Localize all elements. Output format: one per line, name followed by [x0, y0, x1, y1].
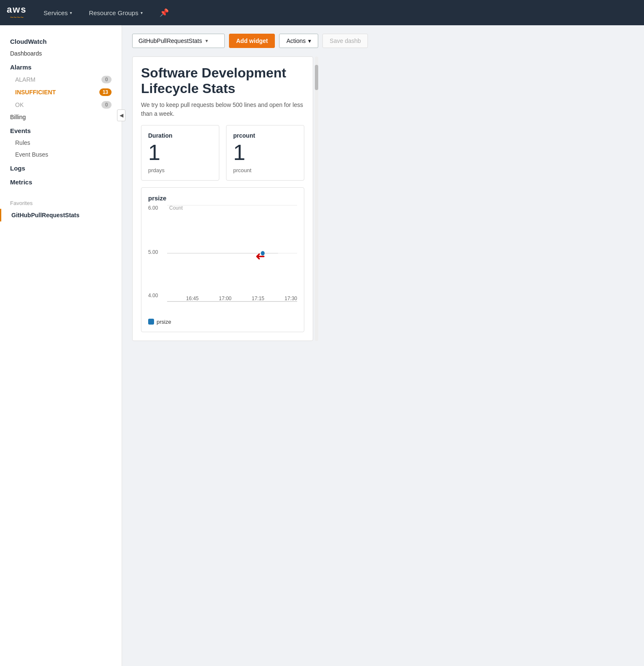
chart-svg — [167, 205, 297, 301]
sidebar-item-insufficient[interactable]: INSUFFICIENT 13 — [0, 86, 122, 99]
sidebar-item-cloudwatch[interactable]: CloudWatch — [0, 34, 122, 48]
arrow-annotation: ➜ — [255, 249, 265, 263]
metrics-label: Metrics — [10, 178, 32, 186]
resource-groups-nav-item[interactable]: Resource Groups ▾ — [85, 7, 146, 19]
save-dashboard-button[interactable]: Save dashb — [322, 34, 368, 48]
github-fav-label: GitHubPullRequestStats — [11, 212, 80, 218]
sidebar-item-alarms[interactable]: Alarms — [0, 59, 122, 73]
stat-card-prcount: prcount 1 prcount — [226, 125, 304, 181]
legend-dot — [148, 319, 154, 325]
alarms-label: Alarms — [10, 64, 32, 71]
pin-icon: 📌 — [160, 8, 169, 17]
sidebar-item-events[interactable]: Events — [0, 123, 122, 137]
stat-duration-value: 1 — [148, 141, 212, 165]
dashboard-selector[interactable]: GitHubPullRequestStats ▾ — [132, 34, 225, 48]
dashboard-panel: Software Development Lifecycle Stats We … — [132, 56, 313, 341]
ok-sub-label: OK — [15, 101, 24, 108]
stat-duration-label: Duration — [148, 132, 212, 139]
sidebar-item-billing[interactable]: Billing — [0, 111, 122, 123]
aws-logo-smile: ~~~~ — [10, 14, 24, 20]
actions-button[interactable]: Actions ▾ — [279, 34, 318, 48]
x-axis: 16:45 17:00 17:15 17:30 — [186, 296, 297, 301]
chart-widget: prsize 6.00 5.00 4.00 Count — [141, 187, 304, 332]
sidebar-item-event-buses[interactable]: Event Buses — [0, 149, 122, 160]
sidebar-item-logs[interactable]: Logs — [0, 160, 122, 174]
rules-label: Rules — [15, 139, 30, 146]
event-buses-label: Event Buses — [15, 151, 48, 158]
insufficient-badge: 13 — [99, 88, 112, 96]
insufficient-sub-label: INSUFFICIENT — [15, 89, 56, 96]
chart-y-top-label: 6.00 — [148, 205, 158, 211]
sidebar: CloudWatch Dashboards Alarms ALARM 0 INS… — [0, 25, 122, 666]
chart-y-mid-label: 5.00 — [148, 249, 158, 255]
page-layout: CloudWatch Dashboards Alarms ALARM 0 INS… — [0, 25, 644, 666]
sidebar-item-metrics[interactable]: Metrics — [0, 174, 122, 188]
widget-description: We try to keep pull requests below 500 l… — [141, 101, 304, 118]
stat-prcount-label: prcount — [233, 132, 297, 139]
aws-logo[interactable]: aws ~~~~ — [7, 5, 27, 20]
alarm-sub-label: ALARM — [15, 76, 35, 83]
aws-logo-text: aws — [7, 5, 27, 14]
main-content: GitHubPullRequestStats ▾ Add widget Acti… — [122, 25, 644, 666]
sidebar-item-ok[interactable]: OK 0 — [0, 99, 122, 111]
resource-groups-label: Resource Groups — [89, 9, 138, 16]
chart-y-bot-label: 4.00 — [148, 293, 158, 298]
toolbar: GitHubPullRequestStats ▾ Add widget Acti… — [132, 34, 634, 48]
chart-inner: ➜ 16:45 17:00 17:15 17:30 — [167, 205, 297, 302]
dashboard-dropdown-arrow: ▾ — [205, 38, 208, 44]
services-dropdown-arrow: ▾ — [70, 11, 72, 15]
logs-label: Logs — [10, 165, 25, 172]
services-nav-item[interactable]: Services ▾ — [40, 7, 76, 19]
chart-legend: prsize — [148, 319, 297, 325]
legend-label: prsize — [157, 319, 171, 325]
sidebar-divider — [0, 188, 122, 195]
chart-title: prsize — [148, 194, 297, 202]
top-navigation: aws ~~~~ Services ▾ Resource Groups ▾ 📌 — [0, 0, 644, 25]
stats-row: Duration 1 prdays prcount 1 prcount — [141, 125, 304, 181]
chart-area: 6.00 5.00 4.00 Count — [148, 205, 297, 314]
dashboard-name: GitHubPullRequestStats — [138, 37, 202, 44]
red-arrow-icon: ➜ — [255, 249, 265, 263]
x-label-1645: 16:45 — [186, 296, 199, 301]
favorites-label: Favorites — [0, 195, 122, 209]
x-label-1700: 17:00 — [219, 296, 232, 301]
actions-dropdown-arrow: ▾ — [308, 37, 311, 44]
sidebar-item-github-fav[interactable]: GitHubPullRequestStats — [0, 209, 122, 221]
events-label: Events — [10, 127, 31, 134]
title-widget: Software Development Lifecycle Stats We … — [141, 65, 304, 118]
alarm-badge: 0 — [101, 76, 112, 83]
x-label-1715: 17:15 — [252, 296, 264, 301]
ok-badge: 0 — [101, 101, 112, 109]
billing-label: Billing — [10, 114, 26, 120]
add-widget-label: Add widget — [236, 37, 268, 44]
sidebar-collapse-button[interactable]: ◀ — [117, 109, 125, 121]
stat-prcount-unit: prcount — [233, 167, 297, 173]
save-dash-label: Save dashb — [330, 37, 361, 44]
dashboard-panel-wrapper: Software Development Lifecycle Stats We … — [132, 56, 313, 341]
resource-groups-dropdown-arrow: ▾ — [141, 11, 143, 15]
panel-scrollbar[interactable] — [315, 56, 318, 341]
dashboards-label: Dashboards — [10, 50, 42, 57]
stat-prcount-value: 1 — [233, 141, 297, 165]
stat-duration-unit: prdays — [148, 167, 212, 173]
sidebar-item-rules[interactable]: Rules — [0, 137, 122, 149]
cloudwatch-label: CloudWatch — [10, 38, 47, 45]
services-label: Services — [44, 9, 68, 16]
add-widget-button[interactable]: Add widget — [229, 34, 275, 48]
pin-nav-item[interactable]: 📌 — [156, 5, 172, 20]
sidebar-item-alarm[interactable]: ALARM 0 — [0, 73, 122, 86]
sidebar-item-dashboards[interactable]: Dashboards — [0, 48, 122, 59]
stat-card-duration: Duration 1 prdays — [141, 125, 219, 181]
scroll-thumb[interactable] — [315, 65, 318, 90]
x-label-1730: 17:30 — [285, 296, 297, 301]
widget-title: Software Development Lifecycle Stats — [141, 65, 304, 96]
actions-label: Actions — [286, 37, 306, 44]
